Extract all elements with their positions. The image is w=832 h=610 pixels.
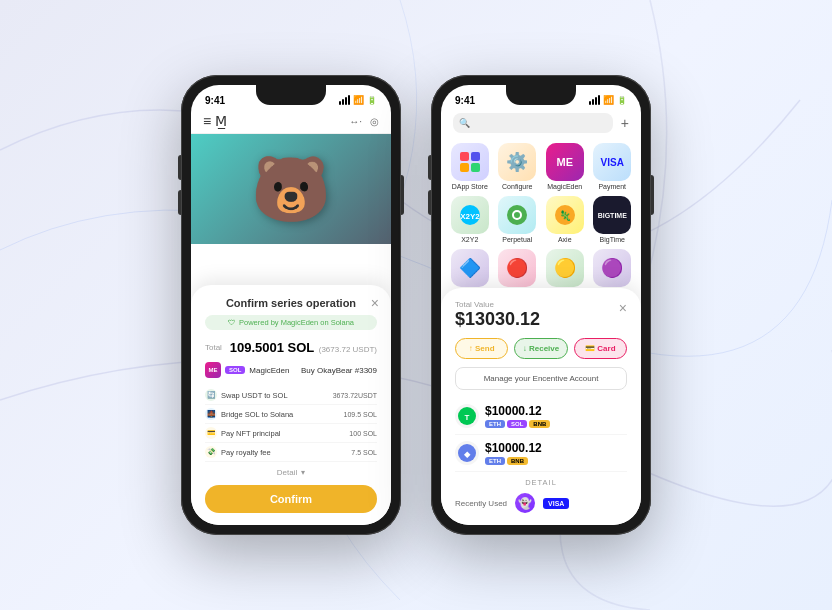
svg-rect-3 xyxy=(471,163,480,172)
app-label-dapp: DApp Store xyxy=(452,183,488,190)
notch2 xyxy=(506,85,576,105)
wallet-close-button[interactable]: × xyxy=(619,300,627,316)
app-item-visa[interactable]: VISA Payment xyxy=(592,143,634,190)
swap-icon: 🔄 xyxy=(205,389,217,401)
token-name: MagicEden xyxy=(249,366,289,375)
royalty-icon: 💸 xyxy=(205,446,217,458)
app-label-axie: Axie xyxy=(558,236,572,243)
app-label-perpetual: Perpetual xyxy=(502,236,532,243)
account-chains-1: ETH BNB xyxy=(485,457,542,465)
nft-image: 🐻 xyxy=(191,134,391,244)
bridge-icon: 🌉 xyxy=(205,408,217,420)
visa-icon[interactable]: VISA xyxy=(543,498,569,509)
app-item-dapp[interactable]: DApp Store xyxy=(449,143,491,190)
bear-nft: 🐻 xyxy=(251,152,331,227)
tx-item-1: 🌉 Bridge SOL to Solana 109.5 SOL xyxy=(205,405,377,424)
account-icon-0: T xyxy=(455,404,479,428)
account-amount-1: $10000.12 xyxy=(485,441,542,455)
notch1 xyxy=(256,85,326,105)
tx-item-0: 🔄 Swap USDT to SOL 3673.72USDT xyxy=(205,386,377,405)
powered-badge: 🛡 Powered by MagicEden on Solana xyxy=(205,315,377,330)
app-label-configure: Configure xyxy=(502,183,532,190)
wallet-accounts: T $10000.12 ETH SOL BNB xyxy=(455,398,627,472)
account-item-0[interactable]: T $10000.12 ETH SOL BNB xyxy=(455,398,627,435)
wallet-modal: Total Value $13030.12 × ↑ Send ↓ Receive… xyxy=(441,288,641,525)
add-button[interactable]: + xyxy=(621,115,629,131)
svg-rect-2 xyxy=(460,163,469,172)
buy-label: Buy OkayBear #3309 xyxy=(301,366,377,375)
phone2: 9:41 📶 🔋 🔍 + xyxy=(431,75,651,535)
phantom-icon[interactable]: 👻 xyxy=(515,493,535,513)
app-label-bigtime: BigTime xyxy=(600,236,625,243)
app-item-r3a[interactable]: 🔷 xyxy=(449,249,491,289)
app-item-axie[interactable]: 🦎 Axie xyxy=(544,196,586,243)
app-label-magiceden: MagicEden xyxy=(547,183,582,190)
header-icons: ↔· ◎ xyxy=(349,116,379,127)
wallet-title-label: Total Value xyxy=(455,300,540,309)
detail-link[interactable]: DETAIL xyxy=(455,478,627,487)
phone1: 9:41 📶 🔋 ≡ M̲ ↔· ◎ xyxy=(181,75,401,535)
menu-icon[interactable]: ≡ M̲ xyxy=(203,113,227,129)
svg-text:T: T xyxy=(465,413,470,422)
app-item-configure[interactable]: ⚙️ Configure xyxy=(497,143,539,190)
app-label-visa: Payment xyxy=(598,183,626,190)
app-item-perpetual[interactable]: Perpetual xyxy=(497,196,539,243)
target-icon[interactable]: ◎ xyxy=(370,116,379,127)
svg-text:X2Y2: X2Y2 xyxy=(460,212,480,221)
search-icon: 🔍 xyxy=(459,118,470,128)
wallet-amount: $13030.12 xyxy=(455,309,540,330)
app-item-r3d[interactable]: 🟣 xyxy=(592,249,634,289)
app-item-x2y2[interactable]: X2Y2 X2Y2 xyxy=(449,196,491,243)
account-amount-0: $10000.12 xyxy=(485,404,550,418)
app-grid: DApp Store ⚙️ Configure ME MagicEden VIS… xyxy=(441,137,641,295)
app-label-x2y2: X2Y2 xyxy=(461,236,478,243)
recently-used-label: Recently Used xyxy=(455,499,507,508)
battery-icon-1: 🔋 xyxy=(367,96,377,105)
tx-item-2: 💳 Pay NFT principal 100 SOL xyxy=(205,424,377,443)
status-icons-2: 📶 🔋 xyxy=(589,95,627,105)
time-2: 9:41 xyxy=(455,95,475,106)
wifi-icon-2: 📶 xyxy=(603,95,614,105)
send-button[interactable]: ↑ Send xyxy=(455,338,508,359)
time-1: 9:41 xyxy=(205,95,225,106)
total-label: Total xyxy=(205,343,222,352)
battery-icon-2: 🔋 xyxy=(617,96,627,105)
account-icon-1: ◆ xyxy=(455,441,479,465)
confirm-button[interactable]: Confirm xyxy=(205,485,377,513)
wifi-icon-1: 📶 xyxy=(353,95,364,105)
account-item-1[interactable]: ◆ $10000.12 ETH BNB xyxy=(455,435,627,472)
account-chains-0: ETH SOL BNB xyxy=(485,420,550,428)
manage-account-button[interactable]: Manage your Encentive Account xyxy=(455,367,627,390)
phone1-header: ≡ M̲ ↔· ◎ xyxy=(191,109,391,134)
app-item-r3b[interactable]: 🔴 xyxy=(497,249,539,289)
svg-text:🦎: 🦎 xyxy=(559,209,572,222)
modal-title: Confirm series operation xyxy=(205,297,377,309)
svg-rect-0 xyxy=(460,152,469,161)
total-amount: 109.5001 SOL xyxy=(230,340,315,355)
token-row: ME SOL MagicEden Buy OkayBear #3309 xyxy=(205,362,377,378)
chevron-down-icon: ▾ xyxy=(301,468,305,477)
app-item-bigtime[interactable]: BIGTIME BigTime xyxy=(592,196,634,243)
confirm-modal: × Confirm series operation 🛡 Powered by … xyxy=(191,285,391,525)
action-buttons: ↑ Send ↓ Receive 💳 Card xyxy=(455,338,627,359)
sol-badge: SOL xyxy=(225,366,245,374)
status-icons-1: 📶 🔋 xyxy=(339,95,377,105)
svg-text:◆: ◆ xyxy=(463,450,471,459)
shield-icon: 🛡 xyxy=(228,318,236,327)
detail-row[interactable]: Detail ▾ xyxy=(205,468,377,477)
magiceden-logo: ME xyxy=(205,362,221,378)
search-bar[interactable]: 🔍 xyxy=(453,113,613,133)
receive-button[interactable]: ↓ Receive xyxy=(514,338,567,359)
transfer-icon[interactable]: ↔· xyxy=(349,116,362,127)
svg-point-6 xyxy=(507,205,527,225)
modal-close-button[interactable]: × xyxy=(371,295,379,311)
app-item-r3c[interactable]: 🟡 xyxy=(544,249,586,289)
tx-item-3: 💸 Pay royalty fee 7.5 SOL xyxy=(205,443,377,462)
card-button[interactable]: 💳 Card xyxy=(574,338,627,359)
signal-bars-2 xyxy=(589,95,600,105)
nft-principal-icon: 💳 xyxy=(205,427,217,439)
phones-container: 9:41 📶 🔋 ≡ M̲ ↔· ◎ xyxy=(181,75,651,535)
svg-rect-1 xyxy=(471,152,480,161)
transaction-list: 🔄 Swap USDT to SOL 3673.72USDT 🌉 Bridge … xyxy=(205,386,377,462)
app-item-magiceden[interactable]: ME MagicEden xyxy=(544,143,586,190)
